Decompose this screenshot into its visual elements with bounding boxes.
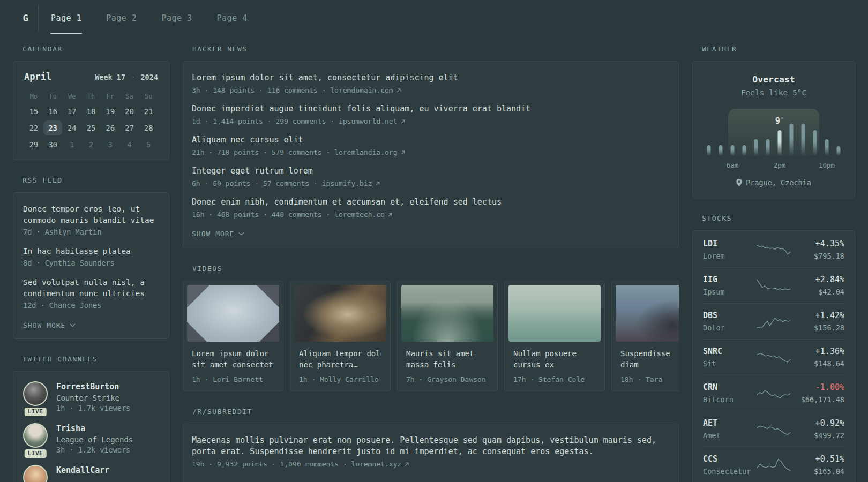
- tab-page-1[interactable]: Page 1: [39, 5, 94, 31]
- video-title[interactable]: Suspendissediam: [620, 348, 679, 371]
- video-thumbnail[interactable]: [401, 285, 493, 342]
- stock-change: -1.00%: [793, 382, 844, 392]
- weather-bar: [743, 145, 746, 156]
- stock-symbol: CCS: [703, 454, 754, 464]
- weather-widget: WEATHER Overcast Feels like 5°C 6am2pm9°…: [692, 45, 855, 198]
- feed-item-title[interactable]: Maecenas mollis pulvinar erat non posuer…: [192, 435, 670, 457]
- stock-row[interactable]: CRNBitcorn-1.00%$66,171.48: [703, 375, 844, 411]
- stock-id: AETAmet: [703, 418, 754, 440]
- weather-bar: [790, 124, 794, 156]
- video-title-line: cursus ex: [513, 359, 596, 371]
- feed-item-domain[interactable]: loremlandia.org: [330, 148, 397, 156]
- calendar-day: 18: [81, 104, 101, 119]
- external-link-icon: [400, 119, 406, 124]
- feed-item-title[interactable]: Donec imperdiet augue tincidunt felis al…: [192, 103, 670, 115]
- twitch-channel-name[interactable]: KendallCarr: [56, 465, 109, 476]
- stock-row[interactable]: AETAmet+0.92%$499.72: [703, 411, 844, 447]
- avatar: [23, 465, 48, 482]
- show-more-button[interactable]: SHOW MORE: [192, 230, 244, 238]
- rss-item: In hac habitasse platea8d · Cynthia Saun…: [23, 246, 159, 267]
- twitch-channel-name[interactable]: ForrestBurton: [56, 381, 130, 392]
- video-card[interactable]: Nullam posuerecursus ex17h · Stefan Cole: [504, 281, 605, 391]
- calendar-week-year: Week 17 · 2024: [95, 73, 158, 81]
- stock-row[interactable]: CCSConsectetur+0.51%$165.84: [703, 447, 844, 482]
- video-card[interactable]: Lorem ipsum dolorsit amet consectetu…1h …: [183, 281, 283, 391]
- weather-bar: [802, 124, 805, 156]
- tab-page-2[interactable]: Page 2: [94, 5, 149, 31]
- video-meta: 1h · Molly Carrillo: [299, 375, 381, 383]
- video-title-line: Mauris sit amet: [406, 348, 489, 359]
- rss-item-title[interactable]: In hac habitasse platea: [23, 246, 159, 257]
- feed-item-domain[interactable]: loremtech.co: [330, 210, 385, 219]
- feed-item-title[interactable]: Aliquam nec cursus elit: [192, 134, 670, 146]
- calendar-day: 22: [24, 120, 43, 135]
- calendar-day: 3: [101, 137, 120, 152]
- calendar-grid: MoTuWeThFrSaSu15161718192021222324252627…: [24, 91, 158, 152]
- weather-time-label: 10pm: [819, 161, 835, 169]
- rss-item-meta: 8d · Cynthia Saunders: [23, 259, 159, 267]
- video-card[interactable]: Aliquam tempor dolornec pharetra…1h · Mo…: [290, 281, 391, 391]
- video-title[interactable]: Mauris sit ametmassa felis: [406, 348, 489, 371]
- feed-item-title[interactable]: Lorem ipsum dolor sit amet, consectetur …: [192, 72, 670, 84]
- stock-change: +0.92%: [793, 418, 844, 428]
- video-card[interactable]: Mauris sit ametmassa felis7h · Grayson D…: [397, 281, 498, 391]
- stock-row[interactable]: DBSDolor+1.42%$156.28: [703, 303, 844, 339]
- rss-item: Donec tempor eros leo, utcommodo mauris …: [23, 204, 159, 236]
- rss-title-line: condimentum nunc ultricies: [23, 288, 159, 299]
- feed-item-domain[interactable]: ipsumworld.net: [334, 117, 397, 125]
- video-title[interactable]: Nullam posuerecursus ex: [513, 348, 596, 371]
- feed-item-title[interactable]: Integer eget rutrum lorem: [192, 165, 670, 177]
- show-more-label: SHOW MORE: [23, 321, 65, 329]
- stock-row[interactable]: IIGIpsum+2.84%$42.04: [703, 267, 844, 303]
- stock-symbol: IIG: [703, 275, 754, 284]
- video-title[interactable]: Aliquam tempor dolornec pharetra…: [299, 348, 381, 371]
- weather-bar-slot: 2pm9°: [774, 122, 785, 156]
- rss-item-title[interactable]: Sed volutpat nulla nisl, acondimentum nu…: [23, 277, 159, 299]
- weather-bar: [837, 146, 841, 156]
- tab-page-4[interactable]: Page 4: [205, 5, 260, 31]
- page-tabs: Page 1Page 2Page 3Page 4: [39, 5, 260, 31]
- feed-item-domain[interactable]: loremnet.xyz: [347, 460, 402, 468]
- app-logo[interactable]: G: [13, 5, 39, 31]
- tab-page-3[interactable]: Page 3: [149, 5, 204, 31]
- hackernews-header: HACKER NEWS: [183, 45, 679, 53]
- feed-item-title[interactable]: Donec enim nibh, condimentum et accumsan…: [192, 197, 670, 208]
- twitch-channel-info: TrishaLeague of Legends3h · 1.2k viewers: [56, 423, 133, 454]
- calendar-month: April: [24, 71, 51, 82]
- twitch-channel-row[interactable]: LIVEForrestBurtonCounter-Strike1h · 1.7k…: [23, 381, 159, 412]
- feed-item-meta: 19h · 9,932 points · 1,090 comments · lo…: [192, 460, 670, 468]
- twitch-channel-meta: 1h · 1.7k viewers: [56, 404, 130, 412]
- videos-header: VIDEOS: [183, 265, 679, 273]
- videos-widget: VIDEOS Lorem ipsum dolorsit amet consect…: [183, 265, 679, 391]
- video-text: Aliquam tempor dolornec pharetra…1h · Mo…: [294, 348, 386, 383]
- weather-bar: [719, 145, 723, 156]
- calendar-day: 2: [81, 137, 101, 152]
- stock-row[interactable]: SNRCSit+1.36%$148.64: [703, 339, 844, 375]
- video-thumbnail[interactable]: [187, 285, 279, 342]
- rss-item-title[interactable]: Donec tempor eros leo, utcommodo mauris …: [23, 204, 159, 226]
- feed-item-meta: 16h · 468 points · 440 comments · loremt…: [192, 210, 670, 219]
- feed-meta-text: 16h · 468 points · 440 comments ·: [192, 210, 330, 219]
- video-thumbnail[interactable]: [508, 285, 601, 342]
- video-card[interactable]: Suspendissediam18h · Tara: [611, 281, 679, 391]
- video-thumbnail[interactable]: [616, 285, 679, 342]
- stock-price: $156.28: [793, 323, 844, 332]
- video-title-line: diam: [620, 359, 679, 371]
- video-title[interactable]: Lorem ipsum dolorsit amet consectetu…: [192, 348, 274, 371]
- stock-id: DBSDolor: [703, 311, 754, 332]
- twitch-channel-row[interactable]: LIVETrishaLeague of Legends3h · 1.2k vie…: [23, 423, 159, 454]
- stock-row[interactable]: LDILorem+4.35%$795.18: [703, 232, 844, 267]
- feed-item-domain[interactable]: loremdomain.com: [326, 86, 393, 94]
- right-column: WEATHER Overcast Feels like 5°C 6am2pm9°…: [692, 45, 855, 482]
- calendar-weekday: Th: [81, 91, 101, 102]
- video-thumbnail[interactable]: [294, 285, 386, 342]
- stock-name: Amet: [703, 431, 754, 440]
- stock-price: $66,171.48: [793, 395, 844, 404]
- feed-item-domain[interactable]: ipsumify.biz: [318, 179, 372, 187]
- video-title-line: nec pharetra…: [299, 359, 381, 371]
- show-more-button[interactable]: SHOW MORE: [23, 321, 76, 329]
- video-text: Suspendissediam18h · Tara: [616, 348, 679, 383]
- twitch-channel-name[interactable]: Trisha: [56, 423, 133, 434]
- feed-meta-text: 3h · 148 points · 116 comments ·: [192, 86, 326, 94]
- twitch-channel-row[interactable]: KendallCarr: [23, 465, 159, 482]
